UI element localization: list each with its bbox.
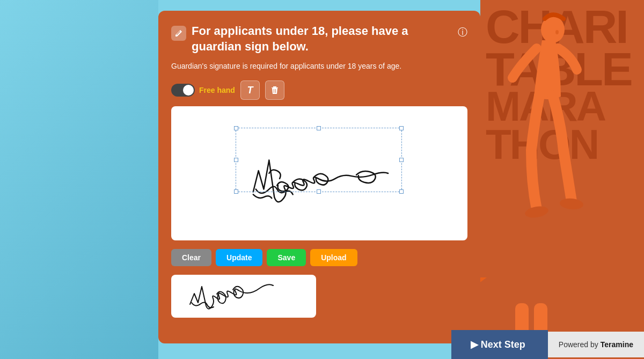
signature-canvas[interactable] (171, 106, 467, 240)
main-card: For applicants under 18, please have a g… (158, 11, 480, 343)
powered-by-brand: Teramine (601, 340, 633, 349)
powered-by-label: Powered by Teramine (548, 332, 644, 357)
card-title-area: For applicants under 18, please have a g… (171, 24, 458, 54)
toolbar: Free hand T (171, 80, 467, 100)
update-button[interactable]: Update (216, 249, 262, 266)
clear-button[interactable]: Clear (171, 249, 211, 266)
svg-point-2 (559, 197, 584, 210)
upload-button[interactable]: Upload (310, 249, 357, 266)
svg-point-1 (524, 204, 550, 219)
freehand-toggle[interactable] (171, 84, 195, 97)
toggle-container: Free hand (171, 84, 235, 97)
resize-handle-tm[interactable] (317, 126, 321, 130)
toggle-label: Free hand (199, 86, 235, 94)
card-subtitle: Guardian's signature is required for app… (171, 61, 467, 72)
powered-by-prefix: Powered by (559, 340, 598, 349)
card-title: For applicants under 18, please have a g… (192, 24, 458, 54)
edit-icon (171, 26, 186, 41)
toggle-knob (183, 85, 194, 96)
delete-tool-button[interactable] (265, 80, 284, 100)
svg-point-3 (555, 30, 559, 34)
text-tool-button[interactable]: T (240, 80, 260, 100)
resize-handle-tl[interactable] (234, 126, 238, 130)
left-background (0, 0, 158, 359)
resize-handle-br[interactable] (399, 189, 404, 194)
save-button[interactable]: Save (267, 249, 306, 266)
runner-figure (478, 0, 596, 241)
next-step-button[interactable]: ▶ Next Step (451, 330, 548, 359)
signature-preview (171, 275, 316, 318)
info-icon[interactable]: ⓘ (458, 26, 467, 39)
bottom-bar: ▶ Next Step Powered by Teramine (451, 330, 644, 359)
action-buttons: Clear Update Save Upload (171, 249, 467, 266)
selection-box (236, 128, 402, 192)
resize-handle-bm[interactable] (317, 189, 321, 194)
card-header: For applicants under 18, please have a g… (171, 24, 467, 54)
resize-handle-mr[interactable] (399, 158, 404, 162)
resize-handle-bl[interactable] (234, 189, 238, 194)
resize-handle-tr[interactable] (399, 126, 404, 130)
resize-handle-ml[interactable] (234, 158, 238, 162)
